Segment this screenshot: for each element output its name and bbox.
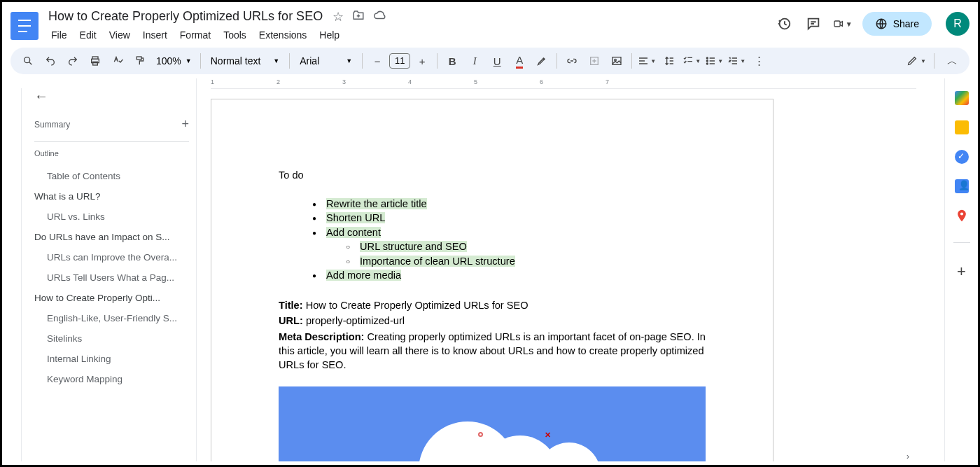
- horizontal-scrollbar[interactable]: ›: [211, 452, 909, 460]
- summary-label: Summary: [34, 120, 70, 130]
- outline-item[interactable]: Internal Linking: [34, 349, 189, 369]
- header: How to Create Properly Optimized URLs fo…: [2, 2, 978, 43]
- cloud-status-icon[interactable]: [373, 9, 387, 25]
- calendar-icon[interactable]: [955, 91, 969, 105]
- paint-format-button[interactable]: [130, 50, 150, 71]
- embedded-image[interactable]: ✕: [279, 386, 706, 461]
- bold-button[interactable]: B: [442, 50, 463, 71]
- outline-close-button[interactable]: ←: [34, 88, 189, 104]
- svg-point-3: [24, 57, 30, 63]
- menu-file[interactable]: File: [46, 27, 73, 43]
- svg-point-13: [707, 63, 708, 64]
- todo-subitem: URL structure and SEO: [360, 241, 467, 252]
- menu-format[interactable]: Format: [174, 27, 216, 43]
- line-spacing-button[interactable]: [659, 50, 680, 71]
- text-color-button[interactable]: A: [509, 50, 530, 71]
- menu-insert[interactable]: Insert: [137, 27, 173, 43]
- svg-point-14: [960, 212, 962, 215]
- todo-item: Add more media: [326, 270, 401, 281]
- contacts-icon[interactable]: 👤: [955, 179, 969, 193]
- font-size-input[interactable]: 11: [389, 53, 410, 69]
- title-value: How to Create Properly Optimized URLs fo…: [303, 300, 528, 311]
- document-title[interactable]: How to Create Properly Optimized URLs fo…: [46, 8, 326, 25]
- meet-button[interactable]: ▼: [833, 14, 853, 34]
- collapse-toolbar-button[interactable]: ︿: [941, 50, 962, 71]
- italic-button[interactable]: I: [464, 50, 485, 71]
- star-icon[interactable]: ☆: [332, 9, 344, 25]
- menu-tools[interactable]: Tools: [218, 27, 252, 43]
- search-icon[interactable]: [18, 50, 38, 71]
- add-addon-button[interactable]: +: [957, 263, 966, 281]
- account-avatar[interactable]: R: [946, 12, 969, 36]
- add-comment-button[interactable]: [584, 50, 605, 71]
- maps-icon[interactable]: [955, 209, 969, 223]
- history-icon[interactable]: [774, 14, 794, 34]
- redo-button[interactable]: [62, 50, 83, 71]
- todo-item: Rewrite the article title: [326, 198, 427, 209]
- svg-rect-7: [136, 57, 141, 60]
- doc-heading: To do: [279, 168, 706, 182]
- svg-point-10: [615, 59, 617, 61]
- insert-image-button[interactable]: [606, 50, 627, 71]
- outline-item[interactable]: English-Like, User-Friendly S...: [34, 308, 189, 328]
- outline-item[interactable]: URLs Tell Users What a Pag...: [34, 267, 189, 288]
- bulleted-list-button[interactable]: ▼: [704, 50, 724, 71]
- horizontal-ruler[interactable]: 1234567: [211, 78, 916, 89]
- outline-item[interactable]: What is a URL?: [34, 186, 189, 207]
- add-summary-button[interactable]: +: [181, 117, 189, 132]
- docs-logo[interactable]: [10, 12, 38, 40]
- move-icon[interactable]: [352, 9, 365, 25]
- outline-item[interactable]: URLs can Improve the Overa...: [34, 247, 189, 267]
- outline-item[interactable]: URL vs. Links: [34, 207, 189, 227]
- decrease-font-button[interactable]: −: [367, 50, 388, 71]
- outline-panel: ← Summary + Outline Table of ContentsWha…: [22, 78, 197, 461]
- outline-item[interactable]: Table of Contents: [34, 166, 189, 186]
- menubar: File Edit View Insert Format Tools Exten…: [46, 27, 774, 43]
- keep-icon[interactable]: [955, 120, 969, 134]
- paragraph-style-select[interactable]: Normal text▼: [205, 55, 286, 67]
- outline-item[interactable]: Do URLs have an Impact on S...: [34, 227, 189, 247]
- tasks-icon[interactable]: ✓: [955, 150, 969, 164]
- document-canvas[interactable]: 1234567 To do Rewrite the article title …: [197, 78, 944, 461]
- todo-subitem: Importance of clean URL structure: [360, 256, 515, 267]
- checklist-button[interactable]: ▼: [681, 50, 702, 71]
- meta-label: Meta Description:: [279, 331, 364, 342]
- todo-item: Shorten URL: [326, 212, 385, 223]
- spellcheck-button[interactable]: [107, 50, 128, 71]
- share-label: Share: [893, 18, 919, 29]
- toolbar: 100%▼ Normal text▼ Arial▼ − 11 + B I U A…: [10, 48, 969, 74]
- outline-item[interactable]: Sitelinks: [34, 328, 189, 349]
- outline-section-label: Outline: [34, 149, 189, 158]
- comments-icon[interactable]: [804, 14, 823, 34]
- title-label: Title:: [279, 300, 303, 311]
- side-panel: ✓ 👤 +: [944, 78, 978, 461]
- url-value: properly-optimized-url: [303, 315, 405, 326]
- editing-mode-button[interactable]: ▼: [906, 50, 927, 71]
- highlight-button[interactable]: [531, 50, 552, 71]
- page[interactable]: To do Rewrite the article title Shorten …: [211, 99, 774, 461]
- menu-view[interactable]: View: [104, 27, 136, 43]
- outline-item[interactable]: Keyword Mapping: [34, 369, 189, 389]
- underline-button[interactable]: U: [486, 50, 507, 71]
- link-button[interactable]: [561, 50, 582, 71]
- menu-extensions[interactable]: Extensions: [253, 27, 312, 43]
- outline-item[interactable]: How to Create Properly Opti...: [34, 288, 189, 308]
- svg-point-12: [707, 60, 708, 62]
- url-label: URL:: [279, 315, 303, 326]
- more-options-button[interactable]: ⋮: [748, 50, 769, 71]
- increase-font-button[interactable]: +: [412, 50, 433, 71]
- undo-button[interactable]: [40, 50, 61, 71]
- todo-item: Add content: [326, 227, 381, 238]
- svg-point-11: [707, 57, 708, 59]
- font-select[interactable]: Arial▼: [294, 55, 358, 67]
- print-button[interactable]: [85, 50, 106, 71]
- align-button[interactable]: ▼: [636, 50, 657, 71]
- svg-rect-1: [834, 21, 840, 27]
- menu-help[interactable]: Help: [314, 27, 345, 43]
- vertical-ruler: [2, 78, 22, 461]
- share-button[interactable]: Share: [862, 12, 932, 36]
- numbered-list-button[interactable]: ▼: [726, 50, 747, 71]
- menu-edit[interactable]: Edit: [74, 27, 102, 43]
- zoom-select[interactable]: 100%▼: [152, 55, 196, 67]
- globe-icon: [875, 18, 888, 30]
